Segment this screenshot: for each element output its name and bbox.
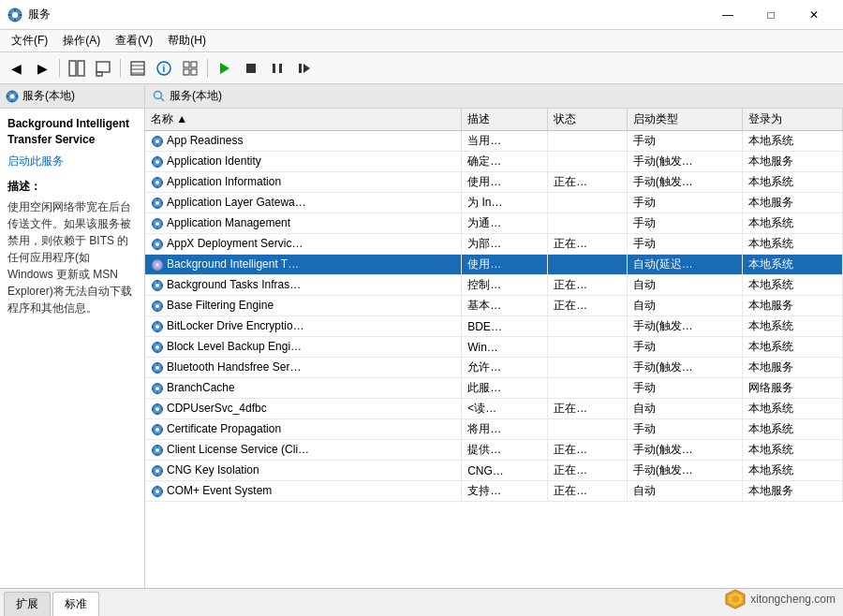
show-console-button[interactable] <box>65 56 89 81</box>
table-row[interactable]: Bluetooth Handsfree Ser…允许…手动(触发…本地服务 <box>145 358 843 378</box>
service-login-cell: 本地系统 <box>742 316 842 337</box>
restart-button[interactable] <box>291 56 316 81</box>
tab-standard[interactable]: 标准 <box>52 592 99 616</box>
svg-rect-122 <box>152 429 154 430</box>
menu-view[interactable]: 查看(V) <box>108 31 160 51</box>
table-row[interactable]: Background Tasks Infras…控制…正在…自动本地系统 <box>145 275 843 296</box>
service-name-cell: BitLocker Drive Encryptio… <box>145 316 462 337</box>
service-login-cell: 本地服务 <box>742 152 842 172</box>
table-row[interactable]: BranchCache此服…手动网络服务 <box>145 378 843 399</box>
back-button[interactable]: ◀ <box>4 56 28 81</box>
service-name-text: Certificate Propagation <box>167 422 281 435</box>
col-header-desc[interactable]: 描述 <box>462 109 548 131</box>
service-startup-cell: 自动 <box>627 399 742 419</box>
grid-button[interactable] <box>178 56 202 81</box>
col-header-startup[interactable]: 启动类型 <box>627 109 742 131</box>
svg-rect-38 <box>152 140 154 141</box>
service-login-cell: 本地系统 <box>742 275 842 296</box>
maximize-button[interactable]: □ <box>749 0 792 30</box>
col-header-login[interactable]: 登录为 <box>742 109 842 131</box>
col-header-status[interactable]: 状态 <box>548 109 627 131</box>
svg-rect-16 <box>184 62 189 67</box>
menu-help[interactable]: 帮助(H) <box>160 31 214 51</box>
desc-text: 使用空闲网络带宽在后台传送文件。如果该服务被禁用，则依赖于 BITS 的任何应用… <box>7 198 137 316</box>
table-row[interactable]: Application Layer Gatewa…为 In…手动本地服务 <box>145 193 843 213</box>
table-row[interactable]: CNG Key IsolationCNG…正在…手动(触发…本地系统 <box>145 461 843 481</box>
service-desc-cell: 此服… <box>462 378 548 399</box>
svg-point-53 <box>155 201 159 205</box>
tab-expand[interactable]: 扩展 <box>4 592 51 616</box>
svg-rect-139 <box>156 495 157 497</box>
svg-rect-110 <box>152 388 154 389</box>
table-header-row: 名称 ▲ 描述 状态 启动类型 登录为 <box>145 109 843 131</box>
service-name-text: AppX Deployment Servic… <box>167 237 303 250</box>
table-row[interactable]: Application Identity确定…手动(触发…本地服务 <box>145 152 843 172</box>
svg-rect-103 <box>156 372 157 374</box>
start-service-link[interactable]: 启动此服务 <box>7 154 137 169</box>
svg-rect-30 <box>7 95 9 97</box>
service-desc-cell: 基本… <box>462 296 548 316</box>
service-status-cell: 正在… <box>548 399 627 419</box>
services-icon <box>6 90 19 103</box>
table-row[interactable]: Application Information使用…正在…手动(触发…本地系统 <box>145 172 843 193</box>
svg-rect-22 <box>273 64 275 73</box>
menu-action[interactable]: 操作(A) <box>55 31 108 51</box>
service-desc-cell: CNG… <box>462 461 548 481</box>
pause-button[interactable] <box>265 56 289 81</box>
table-row[interactable]: Certificate Propagation将用…手动本地系统 <box>145 419 843 440</box>
svg-rect-135 <box>161 470 163 471</box>
table-row[interactable]: App Readiness当用…手动本地系统 <box>145 131 843 152</box>
svg-rect-138 <box>156 486 157 488</box>
table-row[interactable]: COM+ Event System支持…正在…自动本地服务 <box>145 481 843 502</box>
service-name-text: Application Management <box>167 216 290 229</box>
service-status-cell <box>548 419 627 440</box>
col-header-name[interactable]: 名称 ▲ <box>145 109 462 131</box>
service-name-cell: Base Filtering Engine <box>145 296 462 316</box>
svg-rect-3 <box>14 19 16 22</box>
table-row[interactable]: AppX Deployment Servic…为部…正在…手动本地系统 <box>145 234 843 255</box>
stop-button[interactable] <box>239 56 263 81</box>
svg-rect-128 <box>152 449 154 450</box>
svg-rect-86 <box>152 305 154 306</box>
svg-rect-45 <box>161 161 163 162</box>
svg-point-1 <box>12 12 18 18</box>
svg-rect-105 <box>161 367 163 368</box>
table-row[interactable]: Background Intelligent T…使用…自动(延迟…本地系统 <box>145 255 843 275</box>
svg-rect-129 <box>161 449 163 450</box>
service-startup-cell: 手动(触发… <box>627 152 742 172</box>
service-desc-cell: 控制… <box>462 275 548 296</box>
main-area: 服务(本地) Background Intelligent Transfer S… <box>0 84 843 588</box>
svg-rect-120 <box>156 424 157 426</box>
menu-bar: 文件(F) 操作(A) 查看(V) 帮助(H) <box>0 30 843 52</box>
services-table: 名称 ▲ 描述 状态 启动类型 登录为 App Readiness当用…手动本地… <box>145 109 843 588</box>
up-button[interactable] <box>91 56 115 81</box>
table-row[interactable]: Base Filtering Engine基本…正在…自动本地服务 <box>145 296 843 316</box>
svg-point-65 <box>155 242 159 246</box>
svg-marker-20 <box>220 63 229 74</box>
toolbar-separator-3 <box>207 59 208 78</box>
svg-rect-42 <box>156 156 157 158</box>
properties-button[interactable]: i <box>152 56 176 81</box>
svg-rect-114 <box>156 403 157 405</box>
show-hide-button[interactable] <box>126 56 150 81</box>
menu-file[interactable]: 文件(F) <box>4 31 55 51</box>
watermark: xitongcheng.com <box>724 588 836 610</box>
table-row[interactable]: Client License Service (Cli…提供…正在…手动(触发…… <box>145 440 843 461</box>
table-row[interactable]: BitLocker Drive Encryptio…BDE…手动(触发…本地系统 <box>145 316 843 337</box>
forward-button[interactable]: ▶ <box>30 56 54 81</box>
table-row[interactable]: Application Management为通…手动本地系统 <box>145 213 843 234</box>
minimize-button[interactable]: — <box>706 0 749 30</box>
svg-rect-9 <box>96 72 102 76</box>
table-row[interactable]: Block Level Backup Engi…Win…手动本地系统 <box>145 337 843 358</box>
start-button[interactable] <box>213 56 237 81</box>
svg-rect-60 <box>156 218 157 220</box>
svg-rect-74 <box>152 264 154 265</box>
service-name-text: Application Identity <box>167 154 261 168</box>
close-button[interactable]: ✕ <box>792 0 836 30</box>
table-row[interactable]: CDPUserSvc_4dfbc<读…正在…自动本地系统 <box>145 399 843 419</box>
service-name-text: Base Filtering Engine <box>167 299 274 312</box>
svg-point-125 <box>155 448 159 452</box>
service-name-cell: Application Layer Gatewa… <box>145 193 462 213</box>
service-status-cell <box>548 358 627 378</box>
service-name-cell: Certificate Propagation <box>145 419 462 440</box>
